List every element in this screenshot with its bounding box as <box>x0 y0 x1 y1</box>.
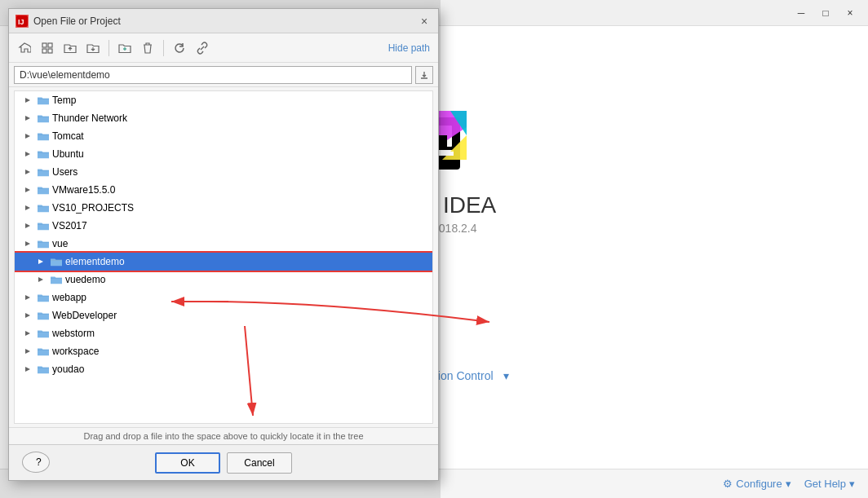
svg-marker-33 <box>25 367 30 372</box>
folder-icon <box>37 148 50 161</box>
folder-icon <box>37 201 50 214</box>
configure-label: Configure <box>736 478 782 490</box>
folder-down-button[interactable] <box>82 37 104 59</box>
tree-item[interactable]: youdao <box>15 360 432 378</box>
folder-icon <box>37 237 50 250</box>
tree-toggle-icon <box>21 363 34 376</box>
tree-toggle-icon <box>21 112 34 125</box>
folder-icon <box>37 94 50 107</box>
tree-item[interactable]: Thunder Network <box>15 109 432 127</box>
tree-item-label: Users <box>52 166 78 178</box>
help-arrow-icon: ▾ <box>849 478 855 490</box>
svg-marker-29 <box>25 295 30 300</box>
tree-item[interactable]: WebDeveloper <box>15 306 432 324</box>
tree-item[interactable]: webapp <box>15 289 432 306</box>
svg-rect-15 <box>48 43 52 47</box>
new-folder-button[interactable] <box>114 37 135 59</box>
title-bar-buttons: ─ □ × <box>790 2 861 24</box>
svg-rect-17 <box>48 49 52 53</box>
tree-toggle-icon <box>21 345 34 358</box>
tree-item[interactable]: webstorm <box>15 324 432 342</box>
download-icon <box>419 70 429 80</box>
drag-hint: Drag and drop a file into the space abov… <box>9 427 438 444</box>
checkout-arrow-icon: ▾ <box>503 369 509 382</box>
toolbar-separator-2 <box>163 40 164 56</box>
path-input[interactable] <box>14 66 412 84</box>
ok-button[interactable]: OK <box>155 452 220 474</box>
home-toolbar-button[interactable] <box>14 37 35 59</box>
tree-item[interactable]: Temp <box>15 91 432 109</box>
tree-item-label: vue <box>52 238 68 249</box>
tree-toggle-icon <box>21 291 34 304</box>
hide-path-link[interactable]: Hide path <box>385 41 433 55</box>
svg-marker-30 <box>25 313 30 318</box>
svg-rect-16 <box>42 49 46 53</box>
tree-toggle-icon <box>21 165 34 178</box>
get-help-link[interactable]: Get Help ▾ <box>804 478 855 490</box>
dialog-title-bar: IJ Open File or Project × <box>9 9 438 33</box>
cancel-button[interactable]: Cancel <box>227 452 292 474</box>
open-dialog: IJ Open File or Project × <box>8 8 439 481</box>
tree-item[interactable]: Users <box>15 163 432 181</box>
tree-item[interactable]: vuedemo <box>15 271 432 289</box>
file-tree[interactable]: Temp Thunder Network Tomcat Ubuntu Users… <box>14 90 433 424</box>
folder-icon <box>37 291 50 304</box>
folder-up-button[interactable] <box>60 37 81 59</box>
svg-marker-28 <box>38 277 43 282</box>
svg-marker-24 <box>25 205 30 210</box>
tree-item-label: vuedemo <box>65 274 105 285</box>
tree-toggle-icon <box>21 237 34 250</box>
path-download-button[interactable] <box>415 66 433 84</box>
tree-item-label: youdao <box>52 364 84 375</box>
folder-icon <box>37 165 50 178</box>
tree-toggle-icon <box>21 327 34 340</box>
tree-toggle-icon <box>21 148 34 161</box>
folder-icon <box>37 183 50 196</box>
tree-item[interactable]: VS2017 <box>15 217 432 235</box>
delete-toolbar-button[interactable] <box>137 37 158 59</box>
svg-marker-22 <box>25 170 30 174</box>
window-close-button[interactable]: × <box>839 2 861 24</box>
svg-marker-27 <box>38 259 43 264</box>
refresh-button[interactable] <box>169 37 190 59</box>
tree-item[interactable]: Ubuntu <box>15 145 432 163</box>
tree-item-label: webstorm <box>52 328 95 339</box>
minimize-button[interactable]: ─ <box>790 2 813 24</box>
maximize-button[interactable]: □ <box>814 2 837 24</box>
dialog-buttons: ? OK Cancel <box>9 444 438 480</box>
delete-icon <box>142 42 153 55</box>
folder-icon <box>37 345 50 358</box>
tree-item-label: VS10_PROJECTS <box>52 202 134 214</box>
folder-icon <box>37 309 50 322</box>
grid-toolbar-button[interactable] <box>37 37 58 59</box>
folder-down-icon <box>86 42 100 54</box>
toolbar-separator-1 <box>108 40 109 56</box>
tree-item-label: VMware15.5.0 <box>52 184 115 196</box>
folder-icon <box>37 112 50 125</box>
tree-item-label: webapp <box>52 292 86 303</box>
folder-icon <box>37 219 50 232</box>
dialog-overlay: IJ Open File or Project × <box>0 0 441 498</box>
dialog-title-content: IJ Open File or Project <box>16 15 121 28</box>
link-button[interactable] <box>192 37 213 59</box>
dialog-close-button[interactable]: × <box>417 14 432 29</box>
tree-item[interactable]: VMware15.5.0 <box>15 181 432 199</box>
tree-item[interactable]: elementdemo <box>15 253 432 271</box>
tree-item-label: Ubuntu <box>52 148 84 160</box>
dialog-toolbar: Hide path <box>9 33 438 63</box>
refresh-icon <box>173 42 186 55</box>
tree-item[interactable]: VS10_PROJECTS <box>15 199 432 217</box>
tree-item[interactable]: Tomcat <box>15 127 432 145</box>
tree-item-label: Temp <box>52 95 76 106</box>
link-icon <box>196 42 209 55</box>
configure-link[interactable]: ⚙ Configure ▾ <box>723 478 790 490</box>
svg-marker-26 <box>25 241 30 246</box>
tree-item-label: Tomcat <box>52 130 84 142</box>
tree-item[interactable]: workspace <box>15 342 432 360</box>
configure-arrow-icon: ▾ <box>786 478 791 490</box>
tree-item[interactable]: vue <box>15 235 432 253</box>
help-button[interactable]: ? <box>22 452 50 473</box>
svg-marker-23 <box>25 187 30 192</box>
help-label: Get Help <box>804 478 846 490</box>
folder-up-icon <box>64 42 77 54</box>
